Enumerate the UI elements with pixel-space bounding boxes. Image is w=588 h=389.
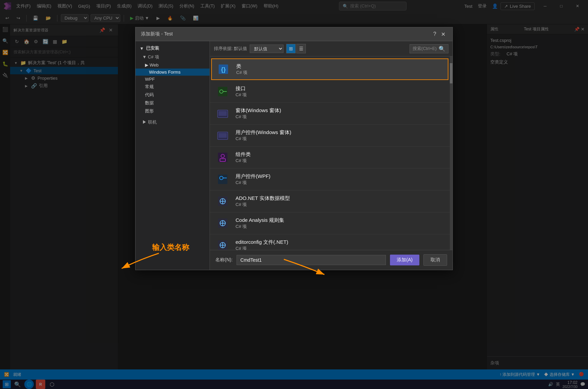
modal-help-button[interactable]: ? xyxy=(433,31,436,37)
svg-text:{}: {} xyxy=(221,66,226,73)
svg-rect-8 xyxy=(219,111,227,116)
view-toggle-buttons: ⊞ ☰ xyxy=(286,44,306,53)
csharp-expand-icon: ▼ xyxy=(142,54,147,59)
item-icon-8 xyxy=(215,238,230,250)
item-name-7: Code Analysis 规则集 xyxy=(236,217,444,224)
item-info-0: 类C# 项 xyxy=(236,63,444,76)
sort-select[interactable]: 默认值 xyxy=(250,45,284,53)
item-tag-8: C# 项 xyxy=(236,245,444,250)
installed-label: 已安装 xyxy=(146,45,159,51)
name-label: 名称(N): xyxy=(215,257,232,263)
item-info-5: 用户控件(WPF)C# 项 xyxy=(236,173,444,186)
name-input[interactable] xyxy=(237,255,386,265)
item-tag-5: C# 项 xyxy=(236,180,444,186)
cancel-button[interactable]: 取消 xyxy=(423,254,447,266)
add-button[interactable]: 添加(A) xyxy=(390,255,419,265)
csharp-label: C# 项 xyxy=(148,54,159,59)
code-category[interactable]: 代码 xyxy=(136,91,210,99)
item-row[interactable]: 窗体(Windows 窗体)C# 项 xyxy=(210,103,450,125)
item-name-3: 用户控件(Windows 窗体) xyxy=(236,129,444,136)
item-info-1: 接口C# 项 xyxy=(236,85,444,98)
csharp-category[interactable]: ▼ C# 项 xyxy=(136,53,210,61)
data-category[interactable]: 数据 xyxy=(136,99,210,107)
online-category[interactable]: ▶ 联机 xyxy=(136,118,210,127)
item-tag-2: C# 项 xyxy=(236,114,444,120)
items-area: {} 类C# 项 接口C# 项 窗体(Windows 窗体)C# 项 用户控件(… xyxy=(210,56,452,250)
item-name-6: ADO.NET 实体数据模型 xyxy=(236,195,444,202)
item-row[interactable]: 用户控件(Windows 窗体)C# 项 xyxy=(210,125,450,147)
grid-view-btn[interactable]: ⊞ xyxy=(286,44,296,53)
installed-expand-icon: ▼ xyxy=(140,46,144,51)
general-category[interactable]: 常规 xyxy=(136,83,210,91)
item-info-2: 窗体(Windows 窗体)C# 项 xyxy=(236,107,444,120)
item-icon-2 xyxy=(215,106,230,121)
item-icon-3 xyxy=(215,128,230,143)
item-tag-7: C# 项 xyxy=(236,224,444,230)
modal-title-bar: 添加新项 - Test ? ✕ xyxy=(136,27,452,41)
item-icon-6 xyxy=(215,194,230,209)
item-info-7: Code Analysis 规则集C# 项 xyxy=(236,217,444,230)
item-tag-4: C# 项 xyxy=(236,158,444,164)
item-row[interactable]: Code Analysis 规则集C# 项 xyxy=(210,212,450,234)
modal-search-input[interactable]: 搜索(Ctrl+E) xyxy=(413,46,437,52)
modal-close-button[interactable]: ✕ xyxy=(439,30,447,38)
list-view-btn[interactable]: ☰ xyxy=(296,44,306,53)
modal-body: ▼ 已安装 ▼ C# 项 ▶ Web Windows Forms WPF 常规 xyxy=(136,41,452,270)
modal-title: 添加新项 - Test xyxy=(141,31,173,37)
item-icon-4 xyxy=(215,150,230,165)
item-info-6: ADO.NET 实体数据模型C# 项 xyxy=(236,195,444,208)
windows-forms-category[interactable]: Windows Forms xyxy=(136,69,210,76)
graphics-category[interactable]: 图形 xyxy=(136,107,210,115)
item-icon-1 xyxy=(215,84,230,99)
modal-main-area: 排序依据: 默认值 默认值 ⊞ ☰ 搜索(Ctrl+E) 🔍 xyxy=(210,41,452,270)
items-list: {} 类C# 项 接口C# 项 窗体(Windows 窗体)C# 项 用户控件(… xyxy=(210,56,450,250)
scrollbar-thumb[interactable] xyxy=(450,63,452,83)
web-category[interactable]: ▶ Web xyxy=(136,61,210,69)
item-name-2: 窗体(Windows 窗体) xyxy=(236,107,444,114)
sort-label: 排序依据: 默认值 xyxy=(214,46,247,52)
item-tag-1: C# 项 xyxy=(236,92,444,98)
item-tag-3: C# 项 xyxy=(236,136,444,142)
modal-overlay: 添加新项 - Test ? ✕ ▼ 已安装 ▼ C# 项 ▶ Web xyxy=(0,0,588,389)
installed-category[interactable]: ▼ 已安装 xyxy=(136,44,210,53)
item-row[interactable]: editorconfig 文件(.NET)C# 项 xyxy=(210,234,450,250)
item-icon-7 xyxy=(215,216,230,231)
add-new-item-dialog: 添加新项 - Test ? ✕ ▼ 已安装 ▼ C# 项 ▶ Web xyxy=(135,27,453,270)
item-row[interactable]: ADO.NET 实体数据模型C# 项 xyxy=(210,190,450,212)
item-icon-5 xyxy=(215,172,230,187)
item-row[interactable]: 组件类C# 项 xyxy=(210,147,450,168)
item-info-3: 用户控件(Windows 窗体)C# 项 xyxy=(236,129,444,142)
item-row[interactable]: 用户控件(WPF)C# 项 xyxy=(210,168,450,190)
item-name-5: 用户控件(WPF) xyxy=(236,173,444,180)
svg-rect-10 xyxy=(219,133,227,138)
item-row[interactable]: {} 类C# 项 xyxy=(211,58,448,80)
item-name-1: 接口 xyxy=(236,85,444,92)
modal-footer: 名称(N): 添加(A) 取消 xyxy=(210,250,452,270)
modal-header-btns: ? ✕ xyxy=(433,30,447,38)
scrollbar[interactable] xyxy=(450,56,452,250)
item-icon-0: {} xyxy=(216,62,231,77)
item-info-4: 组件类C# 项 xyxy=(236,151,444,164)
item-name-0: 类 xyxy=(236,63,444,70)
modal-toolbar: 排序依据: 默认值 默认值 ⊞ ☰ 搜索(Ctrl+E) 🔍 xyxy=(210,41,452,56)
item-name-8: editorconfig 文件(.NET) xyxy=(236,239,444,245)
modal-category-tree: ▼ 已安装 ▼ C# 项 ▶ Web Windows Forms WPF 常规 xyxy=(136,41,210,270)
modal-search-icon: 🔍 xyxy=(439,46,445,52)
item-row[interactable]: 接口C# 项 xyxy=(210,81,450,103)
item-tag-0: C# 项 xyxy=(236,70,444,76)
item-info-8: editorconfig 文件(.NET)C# 项 xyxy=(236,239,444,250)
modal-search-container: 搜索(Ctrl+E) 🔍 xyxy=(410,44,448,53)
item-tag-6: C# 项 xyxy=(236,202,444,208)
item-name-4: 组件类 xyxy=(236,151,444,158)
wpf-category[interactable]: WPF xyxy=(136,76,210,83)
